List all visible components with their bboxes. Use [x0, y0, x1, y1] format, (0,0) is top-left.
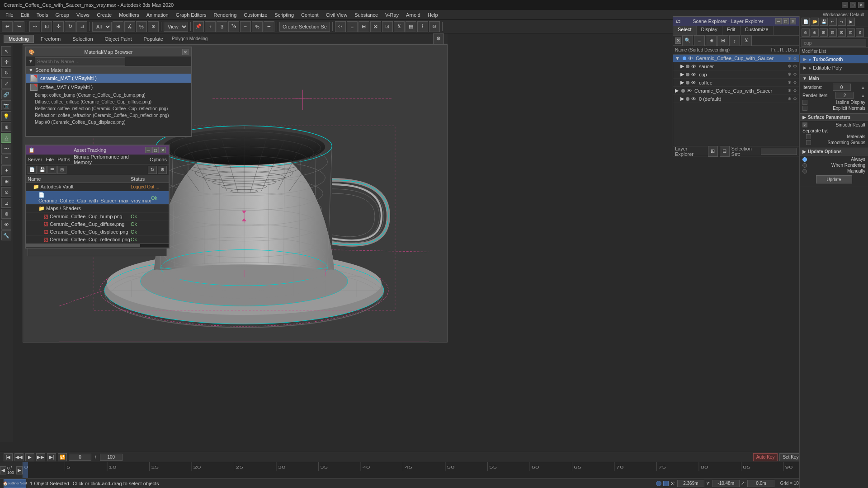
align-button[interactable]: ≡	[347, 21, 358, 32]
coord-lock-icon[interactable]	[656, 481, 661, 486]
mirror-button[interactable]: ⇔	[335, 21, 346, 32]
menu-help[interactable]: Help	[424, 11, 442, 19]
display-tool-button[interactable]: 👁	[1, 220, 11, 230]
ts-surface-header[interactable]: ▶ Surface Parameters	[800, 113, 868, 121]
isoline-checkbox[interactable]	[802, 100, 807, 105]
utilities-tool-button[interactable]: 🔧	[1, 230, 11, 240]
next-frame-btn-2[interactable]: ▶	[16, 466, 23, 474]
set-key-button[interactable]: Set Key	[779, 453, 802, 461]
snap-spinner-button[interactable]: ⊛	[148, 21, 159, 32]
menu-graph-editors[interactable]: Graph Editors	[172, 11, 210, 19]
manually-radio[interactable]	[802, 169, 807, 174]
asset-row-bump[interactable]: 🖼 Ceramic_Coffee_Cup_bump.png Ok	[26, 213, 169, 221]
maximize-button[interactable]: □	[850, 2, 856, 8]
when-rendering-radio[interactable]	[802, 163, 807, 168]
select-button[interactable]: ⊹	[29, 21, 40, 32]
close-button[interactable]: ✕	[858, 2, 864, 8]
align-view-button[interactable]: ⊟	[359, 21, 369, 32]
right-btn-new[interactable]: 📄	[802, 18, 810, 26]
tab-populate[interactable]: Populate	[138, 35, 168, 43]
align-layer-button[interactable]: ⊠	[370, 21, 381, 32]
menu-group[interactable]: Group	[52, 11, 73, 19]
asset-close-button[interactable]: ✕	[160, 147, 166, 153]
right-btn-save[interactable]: 💾	[820, 18, 828, 26]
tab-modeling[interactable]: Modeling	[4, 35, 34, 43]
play-button[interactable]: ▶	[25, 453, 34, 461]
menu-substance[interactable]: Substance	[351, 11, 382, 19]
settings-button[interactable]: ⚙	[433, 33, 444, 44]
scene-footer-btn2[interactable]: ⊟	[720, 146, 730, 157]
tab-freeform[interactable]: Freeform	[36, 35, 66, 43]
prev-key-button[interactable]: ◀◀	[14, 453, 24, 461]
dynamics-tool-button[interactable]: ⊞	[1, 176, 11, 186]
iterations-input[interactable]	[833, 84, 851, 91]
modifier-search-input[interactable]	[802, 39, 866, 47]
menu-edit[interactable]: Edit	[17, 11, 33, 19]
schematic-button[interactable]: ⊚	[429, 21, 440, 32]
auto-key-button[interactable]: Auto Key	[753, 453, 778, 461]
menu-scripting[interactable]: Scripting	[271, 11, 297, 19]
right-btn-b[interactable]: ⊛	[811, 28, 819, 37]
move-tool-button[interactable]: ✛	[1, 57, 11, 67]
x-input[interactable]	[677, 480, 704, 487]
prev-frame-btn-2[interactable]: ◀	[0, 466, 6, 474]
camera-tool-button[interactable]: 📷	[1, 100, 11, 110]
smooth-result-checkbox[interactable]: ✓	[802, 122, 807, 127]
material-panel-close[interactable]: ✕	[182, 49, 189, 55]
prev-frame-button[interactable]: |◀	[4, 453, 13, 461]
scene-collapse-button[interactable]: ⊟	[717, 35, 728, 46]
asset-new-button[interactable]: 📄	[28, 166, 37, 174]
right-btn-redo[interactable]: ↪	[838, 18, 846, 26]
menu-file[interactable]: File	[2, 11, 17, 19]
scene-filter-button[interactable]: 🔍	[682, 35, 693, 46]
nurbs-tool-button[interactable]: ⌒	[1, 155, 11, 164]
view-dropdown[interactable]: View	[164, 22, 188, 32]
place-button[interactable]: ⊻	[394, 21, 405, 32]
asset-save-button[interactable]: 💾	[38, 166, 47, 174]
menu-tools[interactable]: Tools	[33, 11, 52, 19]
material-item-coffee[interactable]: coffee_MAT ( VRayMtl )	[26, 83, 191, 92]
reference-coord-dropdown[interactable]: All	[92, 22, 112, 32]
modifier-tool-button[interactable]: ⊙	[1, 187, 11, 197]
menu-modifiers[interactable]: Modifiers	[115, 11, 143, 19]
ts-update-header[interactable]: ▶ Update Options	[800, 148, 868, 155]
menu-animation[interactable]: Animation	[143, 11, 172, 19]
scene-sort-button[interactable]: ↕	[729, 35, 740, 46]
scene-row-coffee[interactable]: ▶ 👁 coffee ❄ ⚙	[673, 79, 799, 87]
undo-button[interactable]: ↩	[2, 21, 13, 32]
scene-row-saucer[interactable]: ▶ 👁 saucer ❄ ⚙	[673, 62, 799, 70]
asset-grid-button[interactable]: ⊞	[57, 166, 66, 174]
scene-close-button[interactable]: ✕	[790, 18, 796, 24]
tab-object-paint[interactable]: Object Paint	[100, 35, 137, 43]
menu-customize[interactable]: Customize	[240, 11, 271, 19]
timeline-track[interactable]: 0 5 10 15 20 25 30 35 40 45 50 55 60	[23, 462, 868, 478]
render-iters-up-icon[interactable]: ▲	[861, 93, 865, 98]
scale-button[interactable]: ⊿	[76, 21, 87, 32]
right-btn-g[interactable]: ⊻	[856, 28, 864, 37]
scene-row-cup[interactable]: ▶ 👁 cup ❄ ⚙	[673, 70, 799, 79]
light-tool-button[interactable]: 💡	[1, 111, 11, 121]
playhead[interactable]	[23, 462, 28, 478]
scene-tab-select[interactable]: Select	[673, 26, 697, 35]
iterations-up-icon[interactable]: ▲	[861, 85, 865, 90]
material-category[interactable]: ▼ Scene Materials	[26, 66, 191, 74]
layer-button[interactable]: ▤	[406, 21, 416, 32]
asset-menu-paths[interactable]: Paths	[57, 157, 70, 162]
asset-horizontal-scrollbar[interactable]	[26, 244, 169, 247]
menu-create[interactable]: Create	[93, 11, 115, 19]
next-key-button[interactable]: ▶▶	[36, 453, 45, 461]
update-button[interactable]: Update	[816, 175, 852, 183]
asset-refresh-button[interactable]: ↻	[148, 166, 157, 174]
scene-row-default[interactable]: ▶ 👁 0 (default) ❄ ⚙	[673, 95, 799, 103]
end-frame-input[interactable]	[100, 454, 123, 461]
materials-checkbox[interactable]	[806, 134, 811, 139]
window-controls[interactable]: ─ □ ✕	[842, 2, 864, 8]
right-btn-open[interactable]: 📂	[811, 18, 819, 26]
right-btn-e[interactable]: ⊠	[838, 28, 846, 37]
scene-expand-button[interactable]: ⊞	[706, 35, 717, 46]
right-btn-a[interactable]: ⊙	[802, 28, 810, 37]
select-tool-button[interactable]: ↖	[1, 46, 11, 56]
asset-row-maps[interactable]: 📁 Maps / Shaders	[26, 205, 169, 213]
rotate-button[interactable]: ↻	[65, 21, 75, 32]
snap-percent-button[interactable]: %	[136, 21, 147, 32]
